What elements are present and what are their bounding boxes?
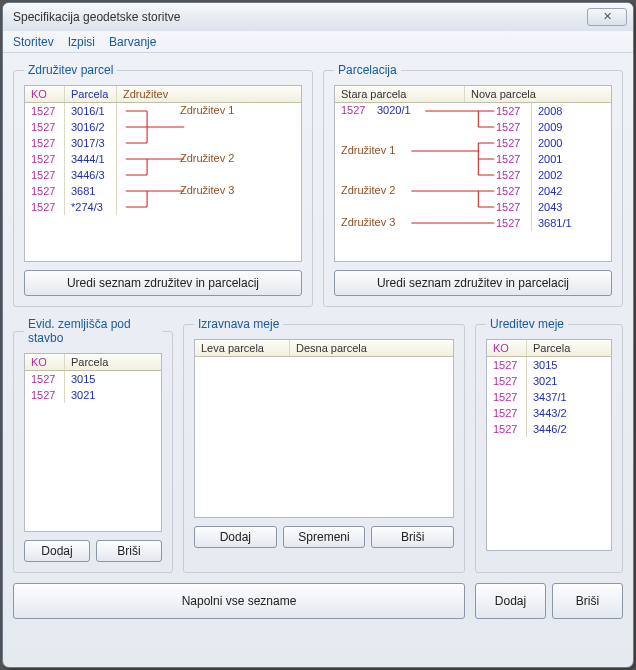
stara-ko: 1527 xyxy=(341,104,365,116)
table-row[interactable]: 15272008 xyxy=(490,103,578,119)
list-ureditev[interactable]: KO Parcela 15273015 15273021 15273437/1 … xyxy=(486,339,612,551)
btn-evid-brisi[interactable]: Briši xyxy=(96,540,162,562)
btn-ured-dodaj[interactable]: Dodaj xyxy=(475,583,546,619)
table-row[interactable]: 15273016/1 xyxy=(25,103,301,119)
table-row[interactable]: 15272001 xyxy=(490,151,578,167)
hdr-stara[interactable]: Stara parcela xyxy=(335,86,465,102)
zdr-label-3: Združitev 3 xyxy=(180,184,234,196)
group-evid: Evid. zemljišča pod stavbo KO Parcela 15… xyxy=(13,317,173,573)
btn-izrav-dodaj[interactable]: Dodaj xyxy=(194,526,277,548)
table-row[interactable]: 15272042 xyxy=(490,183,578,199)
table-row[interactable]: 15273443/2 xyxy=(487,405,611,421)
list-parcelacija[interactable]: Stara parcela Nova parcela 15272008 1527… xyxy=(334,85,612,262)
group-izravnava: Izravnava meje Leva parcela Desna parcel… xyxy=(183,317,465,573)
table-row[interactable]: 15273446/2 xyxy=(487,421,611,437)
table-row[interactable]: 15272009 xyxy=(490,119,578,135)
hdr-parcela[interactable]: Parcela xyxy=(527,340,611,356)
menubar: Storitev Izpisi Barvanje xyxy=(3,31,633,53)
zdr-label-2: Združitev 2 xyxy=(180,152,234,164)
menu-barvanje[interactable]: Barvanje xyxy=(109,35,156,49)
btn-izrav-brisi[interactable]: Briši xyxy=(371,526,454,548)
zdr-label-1: Združitev 1 xyxy=(180,104,234,116)
hdr-leva[interactable]: Leva parcela xyxy=(195,340,290,356)
table-row[interactable]: 15273016/2 xyxy=(25,119,301,135)
group-ureditev: Ureditev meje KO Parcela 15273015 152730… xyxy=(475,317,623,573)
content: Združitev parcel KO Parcela Združitev 15… xyxy=(3,53,633,667)
legend-zdruzitev: Združitev parcel xyxy=(24,63,117,77)
btn-evid-dodaj[interactable]: Dodaj xyxy=(24,540,90,562)
stara-z1: Združitev 1 xyxy=(341,144,395,156)
legend-izravnava: Izravnava meje xyxy=(194,317,283,331)
list-evid[interactable]: KO Parcela 15273015 15273021 xyxy=(24,353,162,532)
list-izravnava[interactable]: Leva parcela Desna parcela xyxy=(194,339,454,518)
hdr-parcela[interactable]: Parcela xyxy=(65,354,161,370)
window-title: Specifikacija geodetske storitve xyxy=(13,10,587,24)
hdr-parcela[interactable]: Parcela xyxy=(65,86,117,102)
hdr-ko[interactable]: KO xyxy=(25,354,65,370)
table-row[interactable]: 15273021 xyxy=(25,387,161,403)
stara-z2: Združitev 2 xyxy=(341,184,395,196)
table-row[interactable]: 15273015 xyxy=(25,371,161,387)
table-row[interactable]: 15272000 xyxy=(490,135,578,151)
btn-izrav-spremeni[interactable]: Spremeni xyxy=(283,526,366,548)
legend-evid: Evid. zemljišča pod stavbo xyxy=(24,317,162,345)
close-button[interactable]: ✕ xyxy=(587,8,627,26)
menu-storitev[interactable]: Storitev xyxy=(13,35,54,49)
btn-ured-brisi[interactable]: Briši xyxy=(552,583,623,619)
group-zdruzitev: Združitev parcel KO Parcela Združitev 15… xyxy=(13,63,313,307)
stara-parc: 3020/1 xyxy=(377,104,411,116)
table-row[interactable]: 15273015 xyxy=(487,357,611,373)
btn-uredi-zdruzitev[interactable]: Uredi seznam združitev in parcelacij xyxy=(24,270,302,296)
table-row[interactable]: 15273437/1 xyxy=(487,389,611,405)
hdr-desna[interactable]: Desna parcela xyxy=(290,340,453,356)
table-row[interactable]: 15273444/1 xyxy=(25,151,301,167)
table-row[interactable]: 15273681/1 xyxy=(490,215,578,231)
dialog-window: Specifikacija geodetske storitve ✕ Stori… xyxy=(2,2,634,668)
hdr-nova[interactable]: Nova parcela xyxy=(465,86,611,102)
legend-parcelacija: Parcelacija xyxy=(334,63,401,77)
table-row[interactable]: 15273446/3 xyxy=(25,167,301,183)
table-row[interactable]: 15273017/3 xyxy=(25,135,301,151)
titlebar: Specifikacija geodetske storitve ✕ xyxy=(3,3,633,31)
group-parcelacija: Parcelacija Stara parcela Nova parcela 1… xyxy=(323,63,623,307)
list-zdruzitev[interactable]: KO Parcela Združitev 15273016/1 15273016… xyxy=(24,85,302,262)
menu-izpisi[interactable]: Izpisi xyxy=(68,35,95,49)
table-row[interactable]: 1527*274/3 xyxy=(25,199,301,215)
hdr-ko[interactable]: KO xyxy=(487,340,527,356)
btn-uredi-parcelacija[interactable]: Uredi seznam združitev in parcelacij xyxy=(334,270,612,296)
btn-napolni[interactable]: Napolni vse sezname xyxy=(13,583,465,619)
hdr-ko[interactable]: KO xyxy=(25,86,65,102)
stara-z3: Združitev 3 xyxy=(341,216,395,228)
table-row[interactable]: 15272043 xyxy=(490,199,578,215)
table-row[interactable]: 15272002 xyxy=(490,167,578,183)
table-row[interactable]: 15273681 xyxy=(25,183,301,199)
hdr-zdruzitev[interactable]: Združitev xyxy=(117,86,301,102)
legend-ureditev: Ureditev meje xyxy=(486,317,568,331)
table-row[interactable]: 15273021 xyxy=(487,373,611,389)
